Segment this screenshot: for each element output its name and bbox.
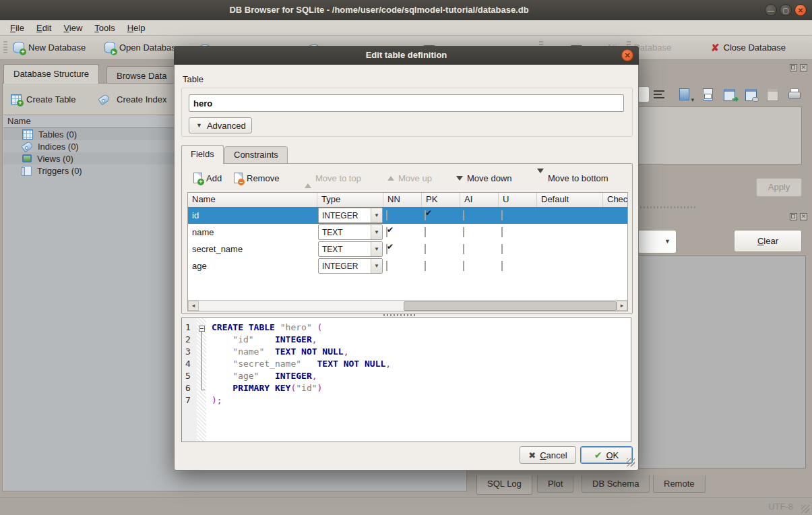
ai-checkbox[interactable] [463,227,464,237]
create-table-button[interactable]: + Create Table [11,90,75,108]
minimize-icon[interactable]: — [765,4,777,16]
field-name-cell[interactable]: age [188,261,317,271]
fields-grid-hscrollbar[interactable]: ◂ ▸ [188,300,627,311]
u-checkbox[interactable] [501,210,503,220]
apply-button[interactable]: Apply [756,178,802,197]
pk-checkbox[interactable] [425,210,426,220]
clear-button[interactable]: Clear [734,230,802,252]
add-field-button[interactable]: + Add [193,169,222,187]
field-row-age[interactable]: ageINTEGER▼ [188,258,627,274]
scroll-left-icon[interactable]: ◂ [188,301,199,311]
move-up-button[interactable]: Move up [387,169,432,187]
menu-view[interactable]: View [57,22,88,34]
print-icon[interactable] [787,88,802,102]
sql-preview-editor[interactable]: 1CREATE TABLE "hero" (2 "id" INTEGER,3 "… [181,317,631,442]
ok-button[interactable]: ✔ OK [580,446,633,464]
execute-line-icon[interactable] [744,88,759,102]
dialog-titlebar[interactable]: Edit table definition ✕ [174,46,639,65]
open-sql-file-icon[interactable]: ▾ [677,88,692,102]
hidden-combobox-fragment[interactable] [637,86,650,102]
type-combobox[interactable]: INTEGER▼ [318,208,383,223]
pk-checkbox[interactable] [425,244,426,254]
move-to-bottom-button[interactable]: Move to bottom [537,169,608,187]
fold-marker-icon[interactable] [199,326,205,332]
bottom-tab-sql-log[interactable]: SQL Log [476,475,532,495]
u-checkbox[interactable] [501,227,503,237]
dock-float-icon[interactable] [790,64,797,71]
remove-field-button[interactable]: – Remove [234,169,279,187]
pk-checkbox[interactable] [425,227,426,237]
tab-constraints[interactable]: Constraints [224,146,288,164]
bottom-tab-remote[interactable]: Remote [653,475,706,493]
move-to-top-button[interactable]: Move to top [305,169,361,187]
column-header-ai[interactable]: AI [460,193,499,207]
bottom-tab-db-schema[interactable]: DB Schema [582,475,650,493]
nn-checkbox[interactable] [386,227,387,237]
nn-checkbox[interactable] [386,261,387,271]
menu-help[interactable]: Help [121,22,152,34]
dialog-close-icon[interactable]: ✕ [621,49,633,61]
ai-checkbox[interactable] [463,261,464,271]
u-checkbox[interactable] [501,261,503,271]
column-header-type[interactable]: Type [317,193,383,207]
column-header-check[interactable]: Check [603,193,628,207]
remove-icon: – [234,173,243,183]
field-name-cell[interactable]: id [188,210,317,220]
field-row-name[interactable]: nameTEXT▼ [188,224,627,241]
table-name-input[interactable] [189,94,624,112]
scrollbar-thumb[interactable] [404,301,617,311]
dialog-resize-grip[interactable] [627,458,635,466]
column-header-u[interactable]: U [499,193,537,207]
move-down-button[interactable]: Move down [456,169,511,187]
field-name-cell[interactable]: secret_name [188,244,317,254]
maximize-icon[interactable]: ▢ [780,4,792,16]
stop-sql-icon[interactable] [766,88,780,102]
encoding-indicator[interactable]: UTF-8 [768,502,793,512]
toolbar-grip[interactable] [3,41,7,55]
ai-checkbox[interactable] [463,210,464,220]
field-name-cell[interactable]: name [188,227,317,237]
dock-float-icon[interactable] [790,213,797,220]
nn-checkbox[interactable] [386,210,387,220]
fields-grid: NameTypeNNPKAIUDefaultCheck idINTEGER▼na… [187,192,628,311]
dialog-splitter-handle[interactable] [383,314,417,316]
pk-checkbox[interactable] [425,261,426,271]
window-resize-grip[interactable] [801,505,809,513]
ai-checkbox[interactable] [463,244,464,254]
tab-database-structure[interactable]: Database Structure [3,64,99,84]
dock-close-icon[interactable]: ✕ [800,64,807,71]
u-checkbox[interactable] [501,244,503,254]
field-row-secret_name[interactable]: secret_nameTEXT▼ [188,241,627,258]
open-database-button[interactable]: ▸ Open Database [104,39,181,55]
fields-grid-header[interactable]: NameTypeNNPKAIUDefaultCheck [188,193,627,208]
field-row-id[interactable]: idINTEGER▼ [188,207,627,224]
save-sql-file-icon[interactable] [701,88,716,102]
type-combobox[interactable]: INTEGER▼ [318,258,383,274]
create-index-button[interactable]: Create Index [99,90,166,108]
column-header-name[interactable]: Name [188,193,317,207]
sql-line: 4 "secret_name" TEXT NOT NULL, [182,359,631,371]
column-header-nn[interactable]: NN [383,193,422,207]
format-sql-icon[interactable] [652,88,667,102]
menu-tools[interactable]: Tools [88,22,121,34]
sql-line: 3 "name" TEXT NOT NULL, [182,346,631,359]
bottom-tab-plot[interactable]: Plot [537,475,573,493]
tab-fields[interactable]: Fields [181,145,224,164]
splitter-handle[interactable] [637,206,697,208]
execute-sql-icon[interactable]: ➜ [722,88,737,102]
close-database-button[interactable]: ✘ Close Database [711,39,786,55]
scroll-right-icon[interactable]: ▸ [617,301,627,311]
close-icon[interactable]: ✕ [794,4,807,16]
column-header-pk[interactable]: PK [422,193,460,207]
nn-checkbox[interactable] [386,244,387,254]
dock-close-icon[interactable]: ✕ [800,213,807,220]
cancel-button[interactable]: ✖ Cancel [520,446,576,464]
column-header-default[interactable]: Default [537,193,603,207]
menu-file[interactable]: File [4,22,30,34]
new-database-button[interactable]: + New Database [13,39,86,55]
type-combobox[interactable]: TEXT▼ [318,224,383,240]
advanced-button[interactable]: ▼ Advanced [189,117,252,133]
type-combobox[interactable]: TEXT▼ [318,241,383,257]
menu-edit[interactable]: Edit [30,22,57,34]
ok-icon: ✔ [594,450,602,460]
